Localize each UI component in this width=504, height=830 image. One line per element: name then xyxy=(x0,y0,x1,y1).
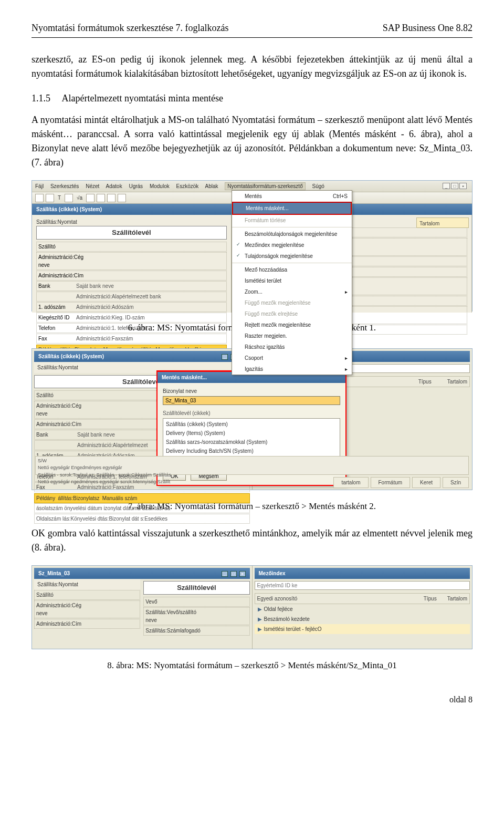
minimize-icon[interactable]: _ xyxy=(222,354,228,360)
menu-print-format-editor[interactable]: Nyomtatásiformátum-szerkesztő xyxy=(225,182,305,190)
field-label xyxy=(37,292,75,301)
left-title-text: Szállítás (cikkek) (System) xyxy=(38,352,104,360)
window-controls[interactable]: _ □ × xyxy=(443,183,467,189)
figure-8-screenshot: Sz_Minta_03 _ □ × Szállítás:Nyomtat Szál… xyxy=(32,565,472,649)
minimize-icon[interactable]: _ xyxy=(443,183,450,189)
paragraph-3: OK gombra való kattintással visszajutunk… xyxy=(32,526,472,555)
tab-border[interactable]: Keret xyxy=(412,477,440,488)
field-label: Bank xyxy=(37,282,75,290)
menu-item[interactable]: MentésCtrl+S xyxy=(232,191,352,202)
document-name-input[interactable] xyxy=(163,396,340,405)
toolbar-text-sqrt[interactable]: √a xyxy=(75,193,84,202)
toolbar-select-icon[interactable] xyxy=(46,194,54,202)
chevron-right-icon: ▶ xyxy=(258,616,262,622)
left-subheader: Szállítás:Nyomtat xyxy=(34,579,140,590)
menu-item[interactable]: Raszter megjelen. xyxy=(232,330,352,341)
col-content: Tartalom xyxy=(447,378,467,386)
field-label: Szállító xyxy=(35,590,77,599)
list-item[interactable]: Szállítás (cikkek) (System) xyxy=(165,420,338,429)
menu-item[interactable]: Rejtett mezők megjelenítése xyxy=(232,319,352,330)
col-content: Tartalom xyxy=(447,595,467,603)
col-type: Típus xyxy=(424,595,437,603)
field-row: Adminisztráció:Cég neve xyxy=(34,600,140,618)
toolbar-pointer-icon[interactable] xyxy=(35,194,44,202)
toolbar-text-t[interactable]: T xyxy=(56,193,62,202)
bottom-seg: S/W Nettó egységár Engedményes egységár … xyxy=(35,456,469,475)
menu-item[interactable]: Rácshoz igazítás xyxy=(232,341,352,352)
header-left: Nyomtatási formátumok szerkesztése 7. fo… xyxy=(32,21,228,35)
tab-content[interactable]: tartalom xyxy=(333,477,368,488)
hl-cell: Manuális szám xyxy=(102,494,138,502)
menu-item[interactable]: Tulajdonságok megjelenítése xyxy=(232,251,352,262)
menu-separator xyxy=(232,227,352,227)
field-value xyxy=(186,608,189,625)
left-title-text: Sz_Minta_03 xyxy=(38,569,70,577)
menu-item: Függő mezők megjelenítése xyxy=(232,297,352,308)
field-label: Fax xyxy=(37,334,75,343)
left-titlebar: Sz_Minta_03 _ □ × xyxy=(34,568,250,579)
toolbar-btn-d[interactable] xyxy=(107,194,116,202)
maximize-icon[interactable]: □ xyxy=(451,183,458,189)
search-row[interactable] xyxy=(255,581,470,590)
property-tabs[interactable]: tartalom Formátum Keret Szín xyxy=(333,477,469,488)
field-label: Vevő xyxy=(144,597,186,606)
menu-item[interactable]: Beszámolótulajdonságok megjelenítése xyxy=(232,229,352,240)
search-input[interactable] xyxy=(255,581,470,590)
menu-file[interactable]: Fájl xyxy=(35,183,44,189)
toolbar-btn-e[interactable] xyxy=(118,194,126,202)
tree-row[interactable]: ▶Ismétlési terület - fejlécO xyxy=(255,624,470,634)
col-type: Típus xyxy=(418,378,432,386)
field-row: Kiegészítő IDAdminisztráció:Kieg. ID-szá… xyxy=(36,313,227,323)
tree-row[interactable]: ▶Oldal fejléce xyxy=(255,604,470,614)
menu-modules[interactable]: Modulok xyxy=(150,183,170,189)
menu-view[interactable]: Nézet xyxy=(86,183,99,189)
menu-item[interactable]: Mentés másként... xyxy=(232,202,352,215)
field-row: 1. adószámAdminisztráció:Adószám xyxy=(36,302,227,312)
menu-data[interactable]: Adatok xyxy=(106,183,122,189)
maximize-icon[interactable]: □ xyxy=(230,571,237,577)
menu-goto[interactable]: Ugrás xyxy=(129,183,143,189)
left-window-controls[interactable]: _ □ × xyxy=(220,569,246,577)
minimize-icon[interactable]: _ xyxy=(222,571,228,577)
toolbar-btn-a[interactable] xyxy=(65,194,73,202)
field-value: Adminisztráció:Alapértelmezett bank xyxy=(75,292,163,301)
menu-item[interactable]: Ismétlési terület xyxy=(232,275,352,286)
field-row: Szállítás:Számlafogadó xyxy=(143,626,249,636)
field-value xyxy=(76,391,79,400)
close-icon[interactable]: × xyxy=(239,571,246,577)
field-value xyxy=(76,401,79,418)
menu-item[interactable]: Zoom...▸ xyxy=(232,286,352,297)
highlight-row: Példány állítás:Bizonylatsz Manuális szá… xyxy=(34,493,250,503)
menu-separator xyxy=(232,263,352,263)
field-value: Adminisztráció:1. telefonszám xyxy=(75,324,148,333)
menu-help[interactable]: Súgó xyxy=(312,183,324,189)
list-item[interactable]: Szállítás sarzs-/sorozatszámokkal (Syste… xyxy=(165,438,338,447)
chevron-right-icon: ▶ xyxy=(258,626,262,632)
menu-window[interactable]: Ablak xyxy=(205,183,218,189)
menu-item[interactable]: Mező hozzáadása xyxy=(232,264,352,275)
tree-row[interactable]: ▶Beszámoló kezdete xyxy=(255,614,470,624)
toolbar-btn-b[interactable] xyxy=(86,194,94,202)
toolbar-btn-c[interactable] xyxy=(97,194,105,202)
list-item[interactable]: Delivery Including Batch/SN (System) xyxy=(165,447,338,455)
hl-cell: állítás:Bizonylatsz xyxy=(58,494,99,502)
field-row: FaxAdminisztráció:Faxszám xyxy=(36,334,227,344)
field-label: 1. adószám xyxy=(37,303,75,312)
field-label: Szállítás:Vevő/szállító neve xyxy=(144,608,186,625)
tab-format[interactable]: Formátum xyxy=(371,477,411,488)
field-row: TelefonAdminisztráció:1. telefonszám xyxy=(36,323,227,333)
format-editor-dropdown[interactable]: MentésCtrl+SMentés másként...Formátum tö… xyxy=(232,190,352,375)
menu-item[interactable]: Mezőindex megjelenítése xyxy=(232,240,352,251)
menu-tools[interactable]: Eszközök xyxy=(176,183,199,189)
field-value xyxy=(186,626,189,635)
menu-edit[interactable]: Szerkesztés xyxy=(50,183,79,189)
list-item[interactable]: Delivery (Items) (System) xyxy=(165,429,338,438)
section-number: 1.1.5 xyxy=(32,91,60,106)
tab-color[interactable]: Szín xyxy=(443,477,469,488)
right-titlebar: Mezőindex xyxy=(255,568,470,579)
close-icon[interactable]: × xyxy=(459,183,467,189)
menu-item[interactable]: Csoport▸ xyxy=(232,352,352,364)
right-pane: Mezőindex Egyedi azonosító Típus Tartalo… xyxy=(252,566,472,649)
menu-item[interactable]: Igazítás▸ xyxy=(232,364,352,375)
field-row: Vevő xyxy=(143,597,249,607)
